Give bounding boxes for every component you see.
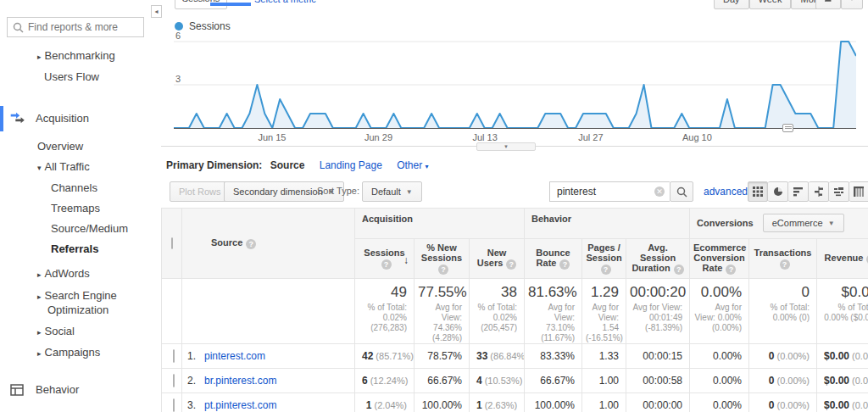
column-header-revenue[interactable]: Revenue? [817, 239, 868, 279]
totals-transactions: 0% of Total: 0.00% (0) [749, 279, 817, 344]
percentage-view-button[interactable] [768, 181, 788, 202]
totals-avg-duration: 00:00:20Avg for View: 00:01:49 (-81.39%) [626, 279, 690, 344]
analytics-page: ◂ Benchmarking Users Flow Acquisition Ov… [0, 0, 868, 412]
annotations-expand-button[interactable]: ▼ [476, 142, 536, 151]
column-header-avg-duration[interactable]: Avg. Session Duration? [626, 239, 690, 279]
day-button[interactable]: Day [714, 0, 749, 9]
column-header-transactions[interactable]: Transactions? [749, 239, 817, 279]
sidebar-item-overview[interactable]: Overview [0, 136, 161, 157]
sessions-chart: 36 [174, 41, 856, 129]
group-header-conversions: Conversions eCommerce▼ [690, 209, 868, 239]
annotation-marker-icon[interactable] [782, 124, 793, 132]
primary-dimension-label: Primary Dimension: [166, 159, 262, 171]
help-icon[interactable]: ? [780, 259, 790, 270]
y-axis-tick: 3 [175, 74, 181, 84]
data-view-button[interactable] [748, 181, 768, 202]
column-header-sessions[interactable]: Sessions? ↓ [355, 239, 415, 279]
sidebar-item-treemaps[interactable]: Treemaps [0, 198, 161, 219]
help-icon[interactable]: ? [246, 239, 256, 249]
plot-rows-button[interactable]: Plot Rows [170, 181, 231, 202]
help-icon[interactable]: ? [506, 259, 516, 270]
legend-label: Sessions [189, 20, 231, 32]
column-header-new-users[interactable]: New Users? [470, 239, 525, 279]
help-icon[interactable]: ? [674, 264, 684, 275]
week-button[interactable]: Week [749, 0, 792, 9]
totals-pages-session: 1.29Avg for View: 1.54 (-16.51%) [582, 279, 626, 344]
dimension-source[interactable]: Source [270, 159, 305, 171]
chart-style-buttons [815, 0, 863, 9]
line-chart-button[interactable] [815, 0, 841, 9]
totals-sessions: 49% of Total: 0.02% (276,283) [355, 279, 415, 344]
sessions-series-dot-icon [175, 22, 183, 31]
bar-list-icon [793, 187, 804, 197]
search-icon [13, 22, 24, 33]
behavior-icon [10, 384, 27, 396]
help-icon[interactable]: ? [601, 264, 611, 275]
sidebar-item-channels[interactable]: Channels [0, 178, 161, 198]
totals-ecommerce-rate: 0.00%Avg for View: 0.00% (0.00%) [690, 279, 749, 344]
dimension-other[interactable]: Other ▾ [397, 159, 428, 171]
sidebar-item-source-medium[interactable]: Source/Medium [0, 219, 161, 239]
sidebar-item-benchmarking[interactable]: Benchmarking [0, 46, 161, 67]
conversions-goal-dropdown[interactable]: eCommerce▼ [763, 214, 844, 232]
active-indicator [0, 106, 3, 131]
group-header-acquisition: Acquisition [355, 209, 525, 239]
sidebar-item-users-flow[interactable]: Users Flow [0, 67, 161, 87]
source-link[interactable]: pt.pinterest.com [204, 399, 276, 411]
x-axis-tick: Jun 29 [358, 132, 400, 142]
sidebar-item-seo[interactable]: Search EngineOptimization [0, 285, 161, 321]
term-cloud-view-button[interactable] [829, 181, 849, 202]
column-header-ecommerce-rate[interactable]: Ecommerce Conversion Rate? [690, 239, 749, 279]
row-checkbox[interactable] [173, 398, 175, 412]
report-search-box[interactable] [7, 17, 144, 37]
sidebar-item-all-traffic[interactable]: All Traffic [0, 157, 161, 178]
sidebar-item-campaigns[interactable]: Campaigns [0, 342, 161, 364]
table-row: 1.pinterest.com 42(85.71%) 78.57% 33(86.… [162, 344, 868, 369]
referrals-table: Source? Acquisition Behavior Conversions… [161, 208, 868, 412]
sidebar-section-acquisition[interactable]: Acquisition [0, 106, 161, 131]
row-checkbox[interactable] [173, 374, 175, 387]
performance-view-button[interactable] [788, 181, 809, 202]
table-toolbar: Plot Rows Secondary dimension▼ Sort Type… [161, 181, 868, 207]
select-metric-link[interactable]: Select a metric [254, 0, 316, 4]
comparison-view-button[interactable] [809, 181, 829, 202]
dimension-landing-page[interactable]: Landing Page [320, 159, 382, 171]
help-icon[interactable]: ? [726, 264, 736, 275]
select-all-cell [162, 209, 182, 279]
sort-type-dropdown[interactable]: Default▼ [362, 181, 422, 202]
metric-picker-row: Sessions Select a metric Day Week Month [161, 0, 868, 10]
sidebar-item-adwords[interactable]: AdWords [0, 264, 161, 285]
table-search-input[interactable] [549, 181, 670, 202]
source-link[interactable]: pinterest.com [204, 350, 265, 362]
pivot-view-button[interactable] [849, 181, 868, 202]
row-checkbox[interactable] [173, 349, 175, 363]
column-header-source[interactable]: Source? [182, 209, 355, 279]
motion-chart-button[interactable] [841, 0, 863, 9]
sidebar-item-social[interactable]: Social [0, 321, 161, 342]
search-submit-button[interactable] [670, 181, 693, 202]
sidebar-section-behavior[interactable]: Behavior [0, 377, 161, 403]
primary-dimension-row: Primary Dimension: Source Landing Page O… [166, 159, 441, 171]
search-icon [676, 187, 687, 198]
acquisition-icon [10, 112, 27, 125]
column-header-bounce-rate[interactable]: Bounce Rate? [525, 239, 582, 279]
sidebar-item-referrals[interactable]: Referrals [0, 239, 161, 259]
group-header-behavior: Behavior [525, 209, 690, 239]
advanced-search-link[interactable]: advanced [704, 186, 748, 198]
sort-descending-icon: ↓ [403, 254, 409, 266]
column-header-pages-session[interactable]: Pages / Session? [582, 239, 626, 279]
help-icon[interactable]: ? [559, 259, 570, 270]
table-row: 2.br.pinterest.com 6(12.24%) 66.67% 4(10… [162, 369, 868, 393]
source-link[interactable]: br.pinterest.com [204, 375, 276, 387]
help-icon[interactable]: ? [438, 264, 448, 275]
report-search-input[interactable] [28, 21, 138, 33]
select-all-checkbox[interactable] [171, 237, 173, 249]
totals-bounce-rate: 81.63%Avg for View: 73.10% (11.67%) [525, 279, 582, 344]
totals-new-sessions: 77.55%Avg for View: 74.36% (4.28%) [415, 279, 470, 344]
term-cloud-icon [833, 187, 844, 197]
column-header-new-sessions[interactable]: % New Sessions? [415, 239, 470, 279]
motion-chart-icon [850, 0, 854, 3]
clear-search-icon[interactable]: ✕ [654, 187, 665, 197]
view-toggle-group [748, 181, 868, 202]
help-icon[interactable]: ? [381, 259, 392, 270]
